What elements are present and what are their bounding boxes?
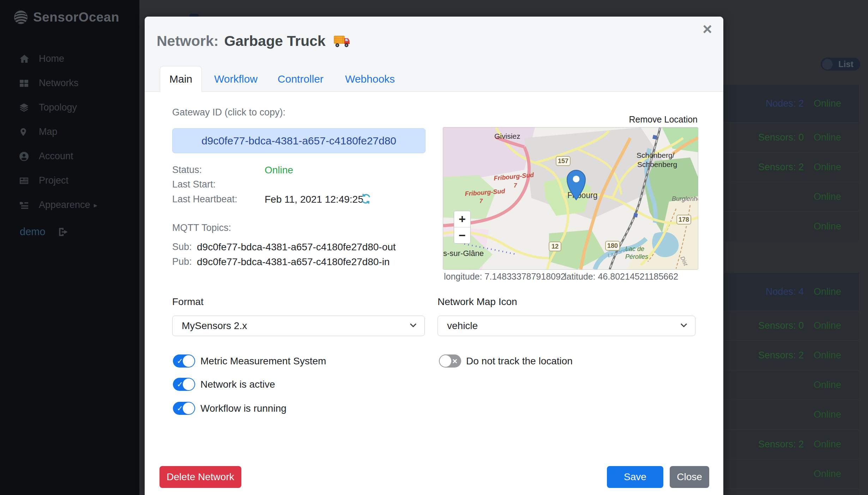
status-badge: Online: [814, 409, 859, 420]
sidebar-item-topology[interactable]: Topology: [0, 95, 139, 120]
status-badge: Online: [814, 286, 859, 297]
truck-emoji-icon: [333, 34, 350, 48]
network-name: Garbage Truck: [224, 33, 325, 49]
tab-workflow[interactable]: Workflow: [214, 66, 258, 92]
layers-icon: [19, 102, 31, 113]
map-label-burglenho: Burglenho: [672, 195, 698, 202]
node-row[interactable]: Online: [723, 370, 859, 400]
sidebar: SensorOcean Home Networks Topology Map A…: [0, 0, 139, 495]
brand[interactable]: SensorOcean: [13, 10, 119, 25]
map-icon-select[interactable]: vehicle: [438, 316, 695, 336]
zoom-out-button[interactable]: −: [454, 227, 470, 243]
delete-network-button[interactable]: Delete Network: [159, 466, 241, 488]
sensors-count: Sensors: 0: [723, 320, 814, 331]
chevron-down-icon: [410, 323, 417, 328]
sidebar-item-appearence[interactable]: Appearence ▸: [0, 193, 139, 217]
network-header-row[interactable]: Nodes: 4 Online: [723, 273, 859, 311]
node-row[interactable]: Online: [723, 489, 859, 495]
list-view-toggle[interactable]: List: [821, 58, 860, 71]
route-shield-12: 12: [549, 242, 561, 251]
sensors-count: Sensors: 0: [723, 132, 814, 143]
remove-location-link[interactable]: Remove Location: [629, 114, 698, 125]
map-label-givisiez: Givisiez: [494, 132, 520, 140]
map-label-7a: 7: [514, 183, 517, 189]
network-header-row[interactable]: Nodes: 2 Online: [723, 85, 859, 123]
node-row[interactable]: Online: [723, 400, 859, 429]
latitude-value: latitude: 46.80214521185662: [565, 272, 678, 282]
nodes-count: Nodes: 2: [723, 98, 814, 109]
sidebar-item-project[interactable]: Project: [0, 168, 139, 193]
network-active-toggle[interactable]: ✓: [173, 378, 195, 391]
map-zoom-control: + −: [454, 211, 471, 244]
brand-logo-icon: [13, 10, 28, 25]
node-row[interactable]: Sensors: 0Online: [723, 311, 859, 340]
tab-main[interactable]: Main: [160, 66, 202, 92]
node-row[interactable]: Sensors: 0Online: [723, 123, 859, 152]
user-link[interactable]: demo: [20, 226, 46, 238]
sidebar-nav: Home Networks Topology Map Account Proje…: [0, 47, 139, 217]
close-icon[interactable]: ×: [703, 21, 712, 37]
sidebar-item-label: Account: [39, 151, 73, 162]
status-badge: Online: [814, 221, 859, 232]
sidebar-item-account[interactable]: Account: [0, 144, 139, 168]
format-label: Format: [172, 297, 204, 307]
map-pin-icon: [19, 127, 31, 137]
svg-text:157: 157: [558, 157, 568, 165]
workflow-running-toggle[interactable]: ✓: [173, 402, 195, 415]
tab-webhooks[interactable]: Webhooks: [345, 66, 395, 92]
toggle-knob: [183, 378, 194, 390]
sidebar-item-networks[interactable]: Networks: [0, 71, 139, 95]
no-track-location-label: Do not track the location: [466, 354, 573, 368]
node-row[interactable]: Online: [723, 182, 859, 211]
svg-text:180: 180: [607, 242, 618, 249]
node-row[interactable]: Sensors: 2Online: [723, 340, 859, 370]
sidebar-item-label: Project: [39, 175, 68, 186]
tab-controller[interactable]: Controller: [278, 66, 324, 92]
status-value: Online: [265, 165, 293, 175]
metric-system-toggle[interactable]: ✓: [173, 354, 195, 368]
node-row[interactable]: Sensors: 2Online: [723, 429, 859, 459]
user-icon: [19, 151, 31, 162]
map-label-schonberg: Schönberg/: [637, 151, 675, 159]
logout-icon[interactable]: [58, 227, 69, 237]
node-row[interactable]: Sensors: 2Online: [723, 152, 859, 182]
toggle-knob: [183, 402, 194, 414]
chevron-down-icon: [680, 323, 687, 328]
no-track-location-toggle[interactable]: ×: [439, 354, 461, 368]
gateway-id-value[interactable]: d9c0fe77-bdca-4381-a657-c4180fe27d80: [172, 128, 426, 153]
format-value: MySensors 2.x: [182, 320, 247, 332]
sidebar-item-home[interactable]: Home: [0, 47, 139, 71]
status-badge: Online: [814, 98, 859, 109]
sidebar-item-label: Home: [39, 53, 64, 64]
status-label: Status:: [172, 165, 202, 175]
modal-header: Network: Garbage Truck: [145, 17, 723, 92]
list-toggle-label: List: [838, 59, 854, 69]
route-shield-178: 178: [677, 215, 691, 224]
grid-icon: [19, 78, 31, 89]
save-button[interactable]: Save: [607, 466, 663, 488]
check-icon: ✓: [177, 380, 183, 389]
metric-system-label: Metric Measurement System: [200, 354, 326, 368]
gateway-id-label: Gateway ID (click to copy):: [172, 108, 285, 117]
route-shield-157: 157: [556, 156, 570, 166]
status-badge: Online: [814, 380, 859, 390]
zoom-in-button[interactable]: +: [454, 211, 470, 227]
map-icon-value: vehicle: [447, 320, 478, 332]
status-badge: Online: [814, 439, 859, 450]
svg-text:12: 12: [551, 243, 559, 250]
sidebar-item-label: Topology: [39, 102, 77, 113]
map-label-schoenberg: Schoenberg: [637, 160, 677, 168]
close-button[interactable]: Close: [670, 466, 709, 488]
refresh-icon[interactable]: [361, 193, 371, 204]
sidebar-item-map[interactable]: Map: [0, 120, 139, 144]
node-row[interactable]: Online: [723, 211, 859, 241]
mqtt-pub-label: Pub:: [172, 257, 192, 267]
sensors-count: Sensors: 2: [723, 350, 814, 361]
check-icon: ✓: [177, 357, 183, 365]
svg-text:178: 178: [679, 216, 689, 223]
format-select[interactable]: MySensors 2.x: [172, 316, 425, 336]
node-row[interactable]: Online: [723, 459, 859, 489]
toggle-knob: [440, 355, 451, 367]
map-label-lac-2: Pérolles: [625, 253, 648, 260]
location-map[interactable]: Givisiez Schönberg/ Schoenberg Fribourg …: [443, 127, 698, 270]
